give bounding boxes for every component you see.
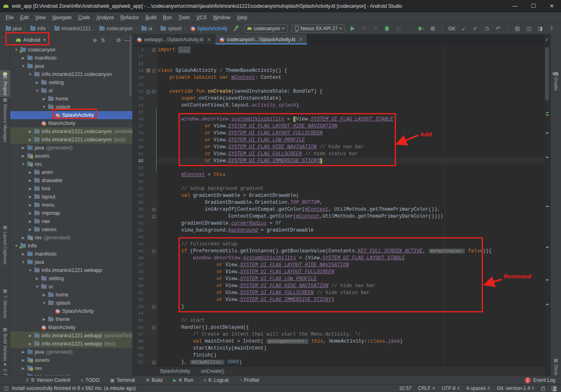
layout-inspector-button[interactable]: ▤ [514, 25, 521, 32]
chevron-collapsed-icon[interactable]: ▶ [28, 195, 32, 199]
gear-icon[interactable]: ⚙ [116, 37, 121, 43]
code-text[interactable]: or View.SYSTEM_UI_FLAG_LAYOUT_HIDE_NAVIG… [158, 123, 337, 130]
code-text[interactable]: private lateinit var mContext: Context [158, 74, 281, 81]
tree-item-java[interactable]: ▼java [10, 258, 132, 266]
tree-item-infix-imrankst1221-codecanyon-androidtest[interactable]: ▶infix.imrankst1221.codecanyon (androidT… [10, 127, 132, 136]
fold-minus-icon[interactable]: − [151, 324, 156, 331]
code-text[interactable]: if (PreferenceUtils.getInstance().getBoo… [158, 248, 492, 255]
code-text[interactable]: view_background.background = gradientDra… [158, 227, 314, 234]
code-text[interactable]: or View.SYSTEM_UI_FLAG_LOW_PROFILE [158, 276, 317, 283]
tree-item-infix-imrankst1221-webapp-test[interactable]: ▶infix.imrankst1221.webapp (test) [10, 340, 132, 348]
tool-window-button-profiler[interactable]: ◔Profiler [239, 377, 259, 383]
tree-item-mainactivity[interactable]: MainActivity [10, 323, 132, 332]
tree-item-setting[interactable]: ▶setting [10, 78, 132, 87]
breadcrumb-item-splash[interactable]: splash [161, 26, 182, 31]
debug-button[interactable] [383, 25, 391, 32]
chevron-collapsed-icon[interactable]: ▶ [28, 342, 32, 346]
code-text[interactable]: val mainIntent = Intent( packageContext:… [158, 338, 402, 345]
git-commit-button[interactable]: ✔ [472, 25, 479, 32]
tree-item-java-generated[interactable]: ▶java (generated) [10, 144, 132, 152]
tool-stripe-1-project[interactable]: ▦1: Project [0, 70, 10, 97]
chevron-collapsed-icon[interactable]: ▶ [28, 129, 32, 134]
code-text[interactable]: override fun onCreate(savedInstanceState… [158, 88, 322, 95]
menu-item-refactor[interactable]: Refactor [117, 15, 142, 20]
chevron-expanded-icon[interactable]: ▼ [21, 260, 25, 264]
profiler-button[interactable]: ◔ [406, 25, 413, 32]
chevron-collapsed-icon[interactable]: ▶ [28, 334, 32, 338]
tree-item-splash[interactable]: ▼splash [10, 299, 132, 307]
code-text[interactable]: gradientDrawable.cornerRadius = 0f [158, 220, 281, 227]
code-area[interactable]: 3+import ...171819−class SplashActivity … [133, 45, 544, 366]
breadcrumb-item-file[interactable]: SplashActivity [190, 26, 228, 31]
git-branch-select[interactable]: Git: version-1.4⇵ [497, 385, 534, 391]
code-text[interactable]: or View.SYSTEM_UI_FLAG_FULLSCREEN // hid… [158, 151, 358, 158]
tree-item-mainactivity[interactable]: MainActivity [10, 119, 132, 127]
code-text[interactable]: or View.SYSTEM_UI_FLAG_LAYOUT_FULLSCREEN [158, 130, 322, 137]
tree-item-ui[interactable]: ▼ui [10, 87, 132, 95]
chevron-collapsed-icon[interactable]: ▶ [28, 203, 32, 207]
restart-activity-button[interactable]: ↻ [360, 25, 368, 32]
fold-end-icon[interactable]: ⌄ [151, 213, 156, 220]
device-manager-button[interactable]: ◫ [525, 25, 532, 32]
chevron-collapsed-icon[interactable]: ▶ [21, 236, 25, 240]
tree-item-infix-imrankst1221-codecanyon-test[interactable]: ▶infix.imrankst1221.codecanyon (test) [10, 136, 132, 144]
code-text[interactable]: } [158, 303, 184, 310]
tree-item-infix-imrankst1221-webapp-androidtest[interactable]: ▶infix.imrankst1221.webapp (androidTest) [10, 332, 132, 340]
tree-item-infix-imrankst1221-webapp[interactable]: ▼infix.imrankst1221.webapp [10, 266, 132, 274]
chevron-collapsed-icon[interactable]: ▶ [21, 350, 25, 354]
tree-item-drawable[interactable]: ▶drawable [10, 176, 132, 185]
chevron-expanded-icon[interactable]: ▼ [14, 244, 18, 248]
tree-item-setting[interactable]: ▶setting [10, 274, 132, 283]
project-view-selector[interactable]: Android [23, 37, 40, 43]
chevron-expanded-icon[interactable]: ▼ [21, 64, 25, 68]
chevron-collapsed-icon[interactable]: ▶ [42, 317, 46, 321]
tree-item-java[interactable]: ▼java [10, 62, 132, 70]
fold-minus-icon[interactable]: − [151, 88, 156, 95]
tree-item-ui[interactable]: ▼ui [10, 283, 132, 291]
tree-item-res[interactable]: ▶res [10, 364, 132, 372]
chevron-collapsed-icon[interactable]: ▶ [21, 252, 25, 256]
rollback-button[interactable]: ↶ [494, 25, 502, 32]
code-text[interactable]: setContentView(R.layout.activity_splash) [158, 102, 299, 109]
tree-item-res-generated[interactable]: ▶res (generated) [10, 234, 132, 242]
tool-window-button-run[interactable]: ▶4: Run [173, 377, 193, 383]
fold-end-icon[interactable]: ⌄ [151, 359, 156, 366]
code-text[interactable]: startActivity(mainIntent) [158, 345, 266, 352]
attach-debugger-button[interactable]: ↘ [418, 25, 425, 32]
tab-webapp-splashactivity-kt[interactable]: webapp\...\SplashActivity.kt✕ [133, 34, 215, 45]
event-log-button[interactable]: 2Event Log [525, 377, 555, 383]
chevron-collapsed-icon[interactable]: ▶ [28, 178, 32, 183]
tree-item-assets[interactable]: ▶assets [10, 152, 132, 160]
tool-window-button-build[interactable]: ⚒Build [145, 377, 163, 383]
code-text[interactable]: // fullscreen setup [158, 241, 237, 248]
tree-item-res[interactable]: ▼res [10, 160, 132, 168]
tree-item-anim[interactable]: ▶anim [10, 168, 132, 176]
readonly-lock-icon[interactable] [541, 388, 545, 391]
caret-position[interactable]: 32:57 [399, 385, 411, 391]
chevron-collapsed-icon[interactable]: ▶ [28, 211, 32, 215]
fold-plus-icon[interactable]: + [151, 47, 156, 53]
editor-scrollbar[interactable]: ✔ [544, 34, 550, 376]
chevron-collapsed-icon[interactable]: ▶ [21, 146, 25, 150]
tree-item-assets[interactable]: ▶assets [10, 356, 132, 364]
chevron-collapsed-icon[interactable]: ▶ [21, 358, 25, 362]
scrollbar-thumb[interactable] [545, 47, 549, 100]
fold-end-icon[interactable]: ⌄ [151, 303, 156, 310]
tool-window-button-todo[interactable]: ≡TODO [81, 377, 100, 383]
chevron-expanded-icon[interactable]: ▼ [42, 301, 46, 305]
chevron-collapsed-icon[interactable]: ▶ [28, 227, 32, 232]
chevron-collapsed-icon[interactable]: ▶ [28, 219, 32, 223]
code-text[interactable]: or View.SYSTEM_UI_FLAG_HIDE_NAVIGATION /… [158, 144, 364, 151]
minimize-button[interactable]: — [506, 0, 524, 12]
code-text[interactable]: intArrayOf(ContextCompat.getColor(mConte… [158, 206, 440, 213]
tree-item-infix[interactable]: ▼infix [10, 242, 132, 250]
tree-scrollbar[interactable] [130, 35, 132, 96]
chevron-collapsed-icon[interactable]: ▶ [28, 187, 32, 191]
code-text[interactable]: or View.SYSTEM_UI_FLAG_HIDE_NAVIGATION /… [158, 283, 375, 290]
code-text[interactable]: val gradientDrawable = GradientDrawable( [158, 192, 299, 199]
tool-window-button-terminal[interactable]: ▣Terminal [110, 377, 135, 383]
tree-item-manifests[interactable]: ▶manifests [10, 54, 132, 62]
code-text[interactable]: class SplashActivity : ThemeBaseActivity… [158, 67, 287, 74]
menu-item-vcs[interactable]: VCS [193, 15, 210, 20]
chevron-collapsed-icon[interactable]: ▶ [21, 366, 25, 370]
